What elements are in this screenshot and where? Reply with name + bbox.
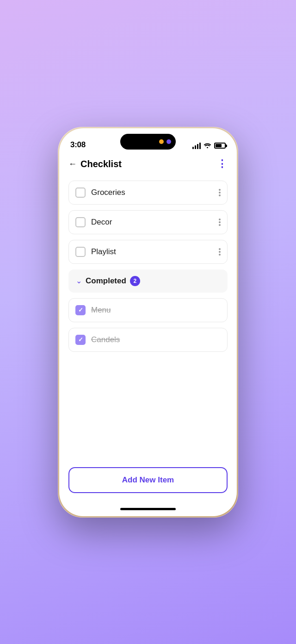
- item-label-groceries: Groceries: [91, 188, 125, 197]
- add-button-wrapper: Add New Item: [59, 462, 237, 502]
- dynamic-island: [120, 134, 176, 150]
- list-item[interactable]: Groceries: [68, 181, 228, 205]
- completed-label: Completed: [86, 276, 126, 286]
- page-title: Checklist: [80, 159, 122, 169]
- completed-count-badge: 2: [130, 276, 140, 286]
- app-header: ← Checklist ⋮: [59, 153, 237, 177]
- checkbox-decor[interactable]: [75, 217, 86, 227]
- phone-frame: 3:08: [58, 127, 238, 518]
- header-menu-button[interactable]: ⋮: [217, 159, 228, 169]
- island-dot-orange: [159, 139, 164, 144]
- checklist-area: Groceries Decor: [59, 177, 237, 462]
- item-label-playlist: Playlist: [91, 247, 116, 256]
- list-item[interactable]: ✓ Menu: [68, 298, 228, 322]
- signal-icon: [192, 143, 201, 149]
- item-label-menu: Menu: [91, 306, 111, 315]
- chevron-down-icon: ⌄: [76, 276, 82, 285]
- checkbox-groceries[interactable]: [75, 188, 86, 198]
- wifi-icon: [204, 142, 211, 150]
- back-button[interactable]: ←: [68, 159, 77, 169]
- completed-section: ⌄ Completed 2: [68, 269, 228, 293]
- list-item[interactable]: Playlist: [68, 240, 228, 264]
- item-options-playlist[interactable]: [219, 248, 221, 256]
- item-label-candels: Candels: [91, 335, 120, 344]
- checkbox-playlist[interactable]: [75, 247, 86, 257]
- status-time: 3:08: [70, 140, 86, 150]
- app-content: ← Checklist ⋮ Groceries: [59, 153, 237, 516]
- header-left: ← Checklist: [68, 159, 122, 169]
- checkbox-menu[interactable]: ✓: [75, 305, 86, 315]
- completed-header[interactable]: ⌄ Completed 2: [68, 269, 228, 293]
- item-label-decor: Decor: [91, 218, 112, 227]
- item-options-decor[interactable]: [219, 219, 221, 226]
- battery-icon: [214, 143, 226, 149]
- status-icons: [192, 142, 226, 150]
- checkbox-candels[interactable]: ✓: [75, 335, 86, 345]
- item-options-groceries[interactable]: [219, 189, 221, 196]
- list-item[interactable]: ✓ Candels: [68, 328, 228, 352]
- phone-screen: 3:08: [59, 128, 237, 516]
- home-indicator: [59, 502, 237, 516]
- add-new-item-button[interactable]: Add New Item: [68, 467, 228, 493]
- list-item[interactable]: Decor: [68, 210, 228, 234]
- island-dot-purple: [166, 139, 171, 144]
